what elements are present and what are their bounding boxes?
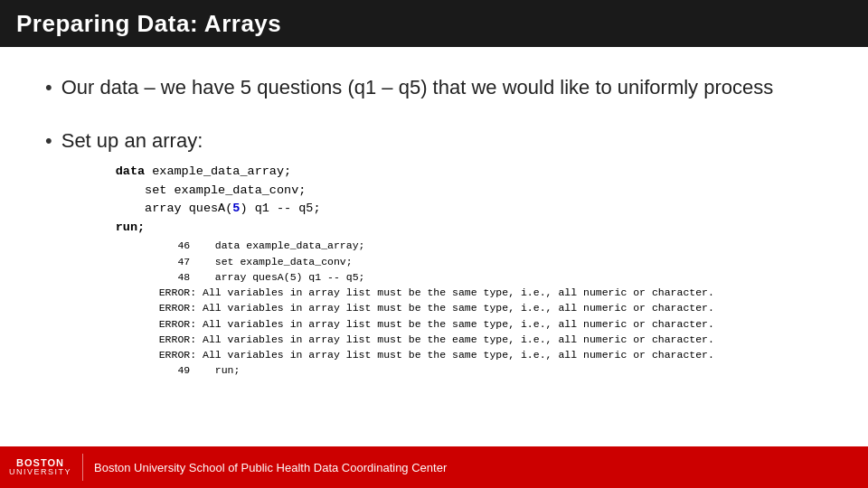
bullet-text-1: Our data – we have 5 questions (q1 – q5)… <box>61 74 774 102</box>
footer: BOSTON UNIVERSITY Boston University Scho… <box>0 446 868 488</box>
bullet-item-1: • Our data – we have 5 questions (q1 – q… <box>45 74 823 102</box>
main-content: • Our data – we have 5 questions (q1 – q… <box>0 47 868 413</box>
code-line-2: set example_data_conv; <box>116 182 714 201</box>
bullet-dot-1: • <box>45 76 52 99</box>
footer-logo-bottom: UNIVERSITY <box>9 468 71 477</box>
header-bar: Preparing Data: Arrays <box>0 0 868 47</box>
footer-logo: BOSTON UNIVERSITY <box>9 457 71 477</box>
code-line-3: array quesA(5) q1 -- q5; <box>116 200 714 219</box>
keyword-data: data <box>116 164 145 178</box>
code-line-1: data example_data_array; <box>116 163 714 182</box>
code-block: data example_data_array; set example_dat… <box>116 163 714 239</box>
code-section: data example_data_array; set example_dat… <box>116 163 714 379</box>
page-title: Preparing Data: Arrays <box>16 10 281 38</box>
footer-text: Boston University School of Public Healt… <box>94 461 447 474</box>
footer-divider <box>82 454 83 481</box>
bullet-dot-2: • <box>45 129 52 153</box>
keyword-run: run; <box>116 221 145 234</box>
code-line-4: run; <box>116 219 714 238</box>
output-block: 46 data example_data_array; 47 set examp… <box>159 238 714 378</box>
bullet-item-2: • Set up an array: data example_data_arr… <box>45 127 823 379</box>
highlight-5: 5 <box>232 202 240 215</box>
bullet-text-2: Set up an array: <box>61 127 714 155</box>
